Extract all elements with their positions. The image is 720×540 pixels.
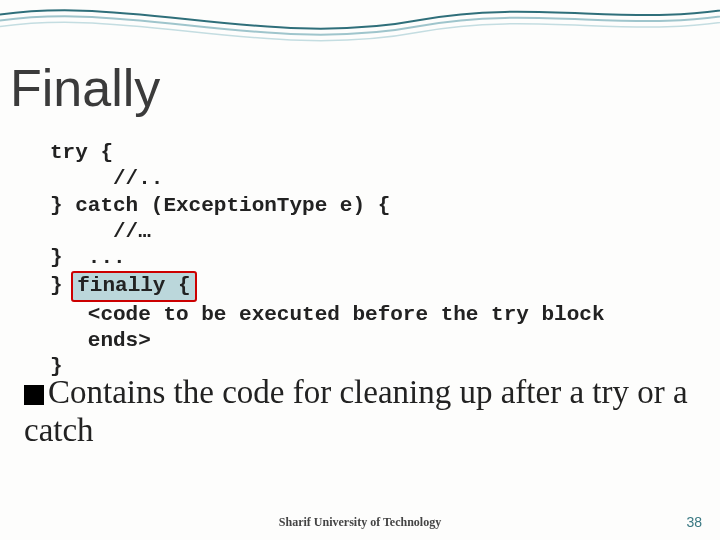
footer-text: Sharif University of Technology <box>0 515 720 530</box>
code-line: <code to be executed before the try bloc… <box>50 302 680 328</box>
slide: Finally try { //.. } catch (ExceptionTyp… <box>0 0 720 540</box>
highlight-box: finally { <box>71 271 196 301</box>
decorative-wave <box>0 0 720 42</box>
bullet-content: Contains the code for cleaning up after … <box>24 374 688 448</box>
page-number: 38 <box>686 514 702 530</box>
code-line: } ... <box>50 245 680 271</box>
code-line: ends> <box>50 328 680 354</box>
code-line: //.. <box>50 166 680 192</box>
bullet-paragraph: Contains the code for cleaning up after … <box>24 374 690 450</box>
code-line: //… <box>50 219 680 245</box>
code-block: try { //.. } catch (ExceptionType e) { /… <box>50 140 680 380</box>
slide-title: Finally <box>10 58 160 118</box>
code-line: try { <box>50 140 680 166</box>
code-line: } catch (ExceptionType e) { <box>50 193 680 219</box>
bullet-icon <box>24 385 44 405</box>
code-line-highlighted: } finally { <box>50 271 680 301</box>
